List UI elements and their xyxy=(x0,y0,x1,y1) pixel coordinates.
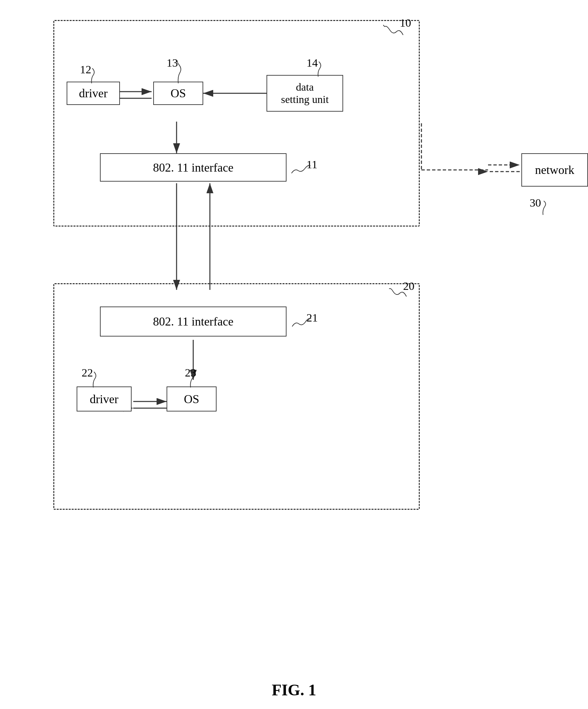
squiggle-30 xyxy=(540,200,560,216)
diagram: 10 20 driver 12 OS 13 data setting unit … xyxy=(33,20,555,670)
squiggle-12 xyxy=(88,67,105,87)
squiggle-10 xyxy=(383,22,410,38)
driver-bottom-box: driver xyxy=(77,387,132,412)
squiggle-13 xyxy=(175,60,192,85)
os-top-box: OS xyxy=(153,82,203,105)
interface-top-box: 802. 11 interface xyxy=(100,153,287,182)
figure-caption: FIG. 1 xyxy=(272,681,316,699)
ref-30: 30 xyxy=(530,196,541,209)
data-setting-box: data setting unit xyxy=(267,75,343,112)
interface-bottom-box: 802. 11 interface xyxy=(100,307,287,337)
squiggle-22 xyxy=(90,369,107,389)
os-bottom-box: OS xyxy=(166,387,217,412)
squiggle-23 xyxy=(187,369,204,389)
squiggle-11 xyxy=(290,160,317,177)
squiggle-21 xyxy=(291,314,317,329)
svg-line-2 xyxy=(383,25,385,27)
squiggle-14 xyxy=(315,60,331,78)
device-box-10 xyxy=(53,20,420,227)
network-box: network xyxy=(522,153,588,187)
squiggle-20 xyxy=(388,285,415,301)
